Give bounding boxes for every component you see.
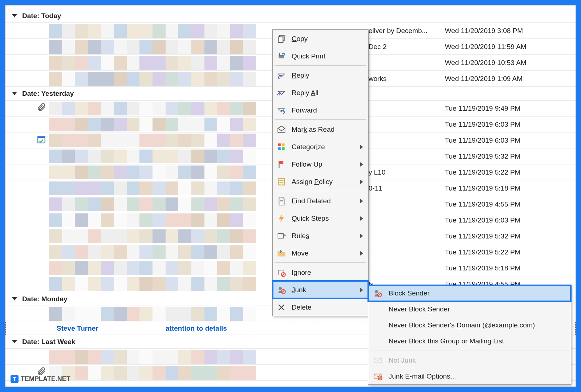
svg-rect-1 [38,136,45,138]
svg-point-19 [375,290,378,293]
group-label: Date: Today [22,12,61,20]
outlook-mail-list: Date: Today eliver by Decemb...Wed 11/20… [5,5,576,387]
junk-submenu: Block Sender Never Block Sender Never Bl… [368,285,571,385]
column-header-strip [5,5,576,9]
mail-subject: Dec 2 [369,43,387,51]
menu-follow-up[interactable]: Follow Up [273,155,368,173]
mail-date: Tue 11/19/2019 5:22 PM [445,248,520,256]
mail-date: Tue 11/19/2019 5:22 PM [445,168,520,176]
menu-quick-print[interactable]: Quick Print [273,47,368,65]
context-menu: Copy Quick Print Reply Reply All Forward… [272,29,369,316]
menu-reply[interactable]: Reply [273,66,368,84]
junk-options-icon [373,371,383,381]
menu-categorize[interactable]: Categorize [273,138,368,155]
template-logo-icon: T [11,375,19,383]
copy-icon [276,34,287,44]
mail-subject: 0-11 [369,184,382,192]
collapse-icon[interactable] [12,92,17,95]
svg-rect-3 [278,37,283,42]
watermark: T TEMPLATE.NET [11,375,70,383]
mail-date: Tue 11/19/2019 4:55 PM [445,200,520,208]
mail-date: Tue 11/19/2019 6:03 PM [445,216,520,224]
svg-marker-25 [212,292,218,302]
submenu-block-sender[interactable]: Block Sender [368,285,571,301]
group-label: Date: Last Week [22,338,75,346]
group-today[interactable]: Date: Today [5,9,576,23]
menu-quick-steps[interactable]: Quick Steps [273,209,368,227]
collapse-icon[interactable] [12,14,17,17]
group-label: Date: Yesterday [22,90,74,98]
mail-date: Tue 11/19/2019 9:49 PM [445,105,520,113]
printer-icon [276,51,287,61]
mail-date: Tue 11/19/2019 6:03 PM [445,136,520,144]
document-icon [276,196,287,206]
submenu-never-block-group[interactable]: Never Block this Group or Mailing List [368,333,571,349]
mail-subject: y L10 [369,168,385,176]
menu-rules[interactable]: Rules [273,227,368,244]
lightning-icon [276,213,287,224]
mail-date: Wed 11/20/2019 1:09 AM [445,75,523,83]
mail-date: Wed 11/20/2019 3:08 PM [445,27,523,35]
ignore-icon [276,268,287,278]
mail-subject: attention to details [166,324,227,332]
calendar-icon [37,135,46,146]
svg-rect-14 [278,233,283,238]
rules-icon [276,231,287,241]
svg-rect-9 [278,147,281,150]
submenu-junk-options[interactable]: Junk E-mail Options... [368,368,571,384]
forward-icon [276,105,287,115]
svg-rect-12 [280,180,284,181]
mail-date: Tue 11/19/2019 5:18 PM [445,184,520,192]
svg-rect-13 [280,182,284,183]
move-folder-icon [276,248,287,258]
mail-date: Tue 11/19/2019 6:03 PM [445,121,520,128]
junk-icon [276,285,287,295]
categorize-icon [276,142,287,152]
menu-copy[interactable]: Copy [273,30,368,47]
mail-date: Wed 11/20/2019 11:59 AM [445,43,527,51]
menu-junk[interactable]: Junk [273,281,368,298]
menu-mark-read[interactable]: Mark as Read [273,121,368,138]
mail-date: Tue 11/19/2019 5:32 PM [445,152,520,160]
collapse-icon[interactable] [12,297,17,301]
menu-ignore[interactable]: Ignore [273,264,368,281]
mail-subject: eliver by Decemb... [369,27,428,35]
watermark-text: TEMPLATE.NET [21,375,70,383]
menu-move[interactable]: Move [273,244,368,262]
svg-rect-10 [282,147,285,150]
delete-icon [276,302,287,313]
menu-assign-policy[interactable]: Assign Policy [273,173,368,190]
envelope-open-icon [276,124,287,135]
menu-delete[interactable]: Delete [273,298,368,316]
mail-date: Tue 11/19/2019 5:32 PM [445,232,520,240]
attachment-icon [37,103,46,114]
not-junk-icon [373,355,383,366]
mail-subject: works [369,75,387,83]
submenu-not-junk: Not Junk [368,352,571,368]
submenu-never-block-sender[interactable]: Never Block Sender [368,301,571,317]
svg-rect-7 [278,143,281,146]
collapse-icon[interactable] [12,340,17,343]
reply-icon [276,70,287,81]
flag-icon [276,159,287,170]
svg-point-17 [279,287,282,290]
svg-rect-8 [282,143,285,146]
policy-icon [276,177,287,187]
mail-date: Wed 11/20/2019 10:53 AM [445,59,527,67]
mail-date: Tue 11/19/2019 5:18 PM [445,264,520,272]
menu-reply-all[interactable]: Reply All [273,84,368,101]
block-sender-icon [373,288,383,298]
submenu-never-block-domain[interactable]: Never Block Sender's Domain (@example.co… [368,317,571,333]
annotation-arrow [209,292,218,302]
annotation-arrow [416,299,425,309]
reply-all-icon [276,88,287,98]
menu-find-related[interactable]: Find Related [273,192,368,209]
sender-name: Steve Turner [57,324,166,332]
menu-forward[interactable]: Forward [273,101,368,119]
group-label: Date: Monday [22,295,68,303]
